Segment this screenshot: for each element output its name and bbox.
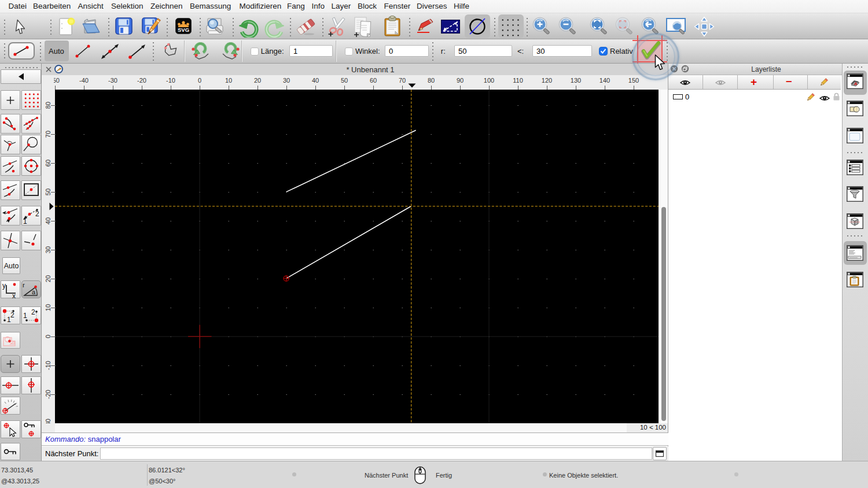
- svg-text:40: 40: [45, 217, 52, 224]
- svg-text:1: 1: [23, 217, 27, 225]
- svg-text:50: 50: [45, 188, 52, 195]
- svg-text:1: 1: [23, 312, 27, 320]
- svg-text:2: 2: [35, 210, 39, 218]
- svg-text:70: 70: [45, 131, 52, 138]
- svg-text:10: 10: [45, 304, 52, 311]
- svg-text:0: 0: [45, 335, 52, 338]
- svg-text:y: y: [2, 282, 6, 290]
- svg-text:r: r: [23, 282, 25, 289]
- svg-text:x: x: [12, 292, 16, 298]
- svg-text:SVG: SVG: [178, 27, 189, 33]
- svg-text:30: 30: [45, 246, 52, 253]
- svg-text:-10: -10: [45, 361, 52, 370]
- svg-text:2: 2: [10, 311, 14, 319]
- svg-text:2: 2: [31, 308, 35, 316]
- svg-text:Auto: Auto: [4, 262, 19, 270]
- svg-text:-30: -30: [45, 419, 52, 423]
- svg-text:-20: -20: [45, 390, 52, 399]
- svg-text:80: 80: [45, 102, 52, 109]
- svg-text:20: 20: [45, 275, 52, 282]
- svg-text:a: a: [32, 289, 36, 295]
- svg-text:60: 60: [45, 160, 52, 167]
